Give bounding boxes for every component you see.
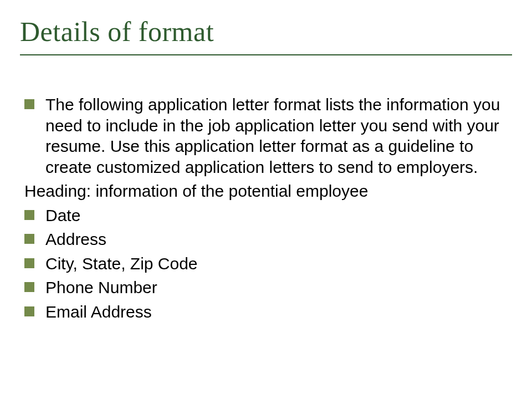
heading-line: Heading: information of the potential em… — [24, 181, 512, 202]
square-bullet-icon — [24, 234, 34, 244]
heading-text: Heading: information of the potential em… — [24, 181, 512, 202]
item-city-state-zip: City, State, Zip Code — [45, 253, 198, 274]
slide-container: Details of format The following applicat… — [0, 0, 532, 399]
list-item: Email Address — [24, 301, 512, 323]
list-item: City, State, Zip Code — [24, 253, 512, 274]
list-item: The following application letter format … — [24, 94, 512, 177]
list-item: Phone Number — [24, 277, 512, 298]
list-item: Address — [24, 229, 512, 250]
square-bullet-icon — [24, 258, 34, 268]
intro-text: The following application letter format … — [45, 94, 512, 177]
slide-content: The following application letter format … — [20, 94, 512, 322]
title-underline — [20, 54, 512, 55]
list-item: Date — [24, 205, 512, 226]
square-bullet-icon — [24, 210, 34, 220]
square-bullet-icon — [24, 282, 34, 292]
item-email: Email Address — [45, 301, 152, 323]
square-bullet-icon — [24, 99, 34, 109]
slide-title: Details of format — [20, 16, 512, 48]
item-address: Address — [45, 229, 106, 250]
item-date: Date — [45, 205, 80, 226]
item-phone: Phone Number — [45, 277, 157, 298]
square-bullet-icon — [24, 306, 34, 316]
